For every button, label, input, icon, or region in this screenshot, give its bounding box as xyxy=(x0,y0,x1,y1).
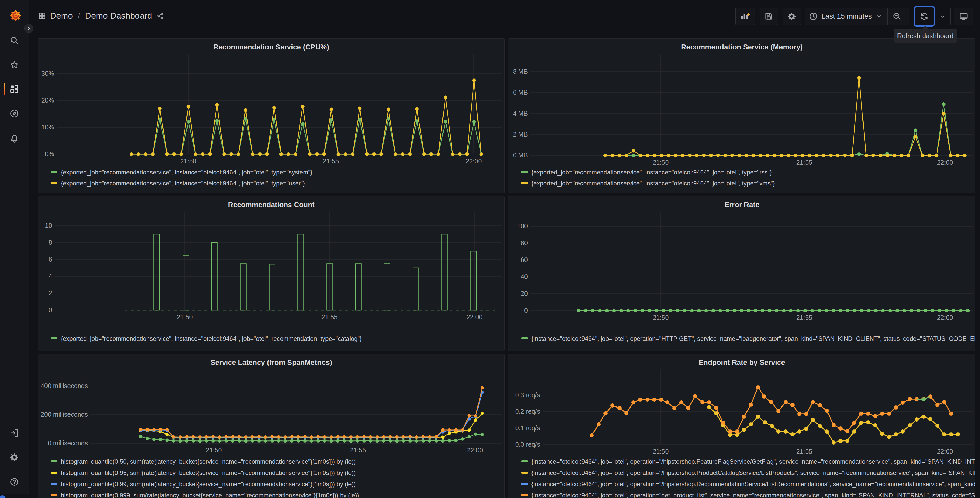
svg-text:21:55: 21:55 xyxy=(323,158,339,164)
svg-text:21:50: 21:50 xyxy=(653,159,669,166)
svg-text:22:00: 22:00 xyxy=(467,447,483,454)
svg-text:60: 60 xyxy=(521,256,528,263)
svg-text:0: 0 xyxy=(49,306,52,313)
svg-text:Recommendations Count: Recommendations Count xyxy=(228,201,315,209)
svg-text:2 MB: 2 MB xyxy=(513,131,528,138)
svg-text:21:50: 21:50 xyxy=(653,448,669,455)
svg-text:21:55: 21:55 xyxy=(796,159,812,166)
svg-text:100: 100 xyxy=(517,222,528,230)
svg-text:4 MB: 4 MB xyxy=(513,110,528,117)
svg-text:20%: 20% xyxy=(41,97,54,104)
svg-text:6 MB: 6 MB xyxy=(513,89,528,96)
svg-text:21:55: 21:55 xyxy=(796,314,812,321)
svg-text:0.2 req/s: 0.2 req/s xyxy=(515,408,540,415)
svg-text:{exported_job="recommendations: {exported_job="recommendationservice", i… xyxy=(531,180,775,187)
svg-text:0 milliseconds: 0 milliseconds xyxy=(48,439,88,447)
svg-text:Error Rate: Error Rate xyxy=(724,201,759,209)
svg-text:{instance="otelcol:9464", job=: {instance="otelcol:9464", job="otel", op… xyxy=(531,469,975,476)
svg-text:400 milliseconds: 400 milliseconds xyxy=(41,382,88,389)
svg-text:Recommendation Service (Memory: Recommendation Service (Memory) xyxy=(681,43,803,51)
svg-text:Service Latency (from SpanMetr: Service Latency (from SpanMetrics) xyxy=(210,358,332,366)
svg-text:22:00: 22:00 xyxy=(937,314,953,321)
svg-text:0.3 req/s: 0.3 req/s xyxy=(515,391,540,399)
svg-text:Recommendation Service (CPU%): Recommendation Service (CPU%) xyxy=(213,43,329,51)
svg-text:4: 4 xyxy=(49,273,52,280)
svg-text:histogram_quantile(0.95, sum(r: histogram_quantile(0.95, sum(rate(latenc… xyxy=(61,469,356,476)
svg-text:{exported_job="recommendations: {exported_job="recommendationservice", i… xyxy=(61,169,312,176)
svg-text:0.1 req/s: 0.1 req/s xyxy=(515,425,540,431)
svg-text:{exported_job="recommendations: {exported_job="recommendationservice", i… xyxy=(531,169,772,176)
svg-text:21:50: 21:50 xyxy=(653,314,669,321)
svg-text:0 MB: 0 MB xyxy=(513,152,528,159)
svg-text:200 milliseconds: 200 milliseconds xyxy=(41,411,88,418)
svg-text:{instance="otelcol:9464", job=: {instance="otelcol:9464", job="otel", op… xyxy=(531,480,975,487)
svg-text:{instance="otelcol:9464", job=: {instance="otelcol:9464", job="otel", op… xyxy=(531,492,975,498)
svg-text:10%: 10% xyxy=(41,123,54,131)
svg-text:21:50: 21:50 xyxy=(177,313,193,321)
svg-text:{instance="otelcol:9464", job=: {instance="otelcol:9464", job="otel", op… xyxy=(531,458,975,465)
svg-text:22:00: 22:00 xyxy=(466,313,483,321)
svg-text:0: 0 xyxy=(524,307,528,314)
svg-text:22:00: 22:00 xyxy=(937,159,953,166)
svg-text:histogram_quantile(0.99, sum(r: histogram_quantile(0.99, sum(rate(latenc… xyxy=(61,480,356,487)
svg-text:0.0 req/s: 0.0 req/s xyxy=(515,441,540,448)
svg-text:80: 80 xyxy=(521,239,528,246)
svg-text:8 MB: 8 MB xyxy=(513,68,528,75)
svg-text:2: 2 xyxy=(49,289,52,297)
svg-text:6: 6 xyxy=(49,255,52,263)
svg-text:21:55: 21:55 xyxy=(350,447,366,454)
svg-text:22:00: 22:00 xyxy=(937,448,953,455)
svg-text:21:55: 21:55 xyxy=(796,448,812,455)
svg-text:0%: 0% xyxy=(45,150,54,158)
svg-text:21:50: 21:50 xyxy=(180,158,196,164)
svg-text:40: 40 xyxy=(521,273,528,280)
svg-text:{instance="otelcol:9464", job=: {instance="otelcol:9464", job="otel", op… xyxy=(531,335,975,342)
svg-text:22:00: 22:00 xyxy=(466,158,482,164)
svg-text:{exported_job="recommendations: {exported_job="recommendationservice", i… xyxy=(61,335,362,342)
svg-text:{exported_job="recommendations: {exported_job="recommendationservice", i… xyxy=(61,180,305,187)
svg-text:21:55: 21:55 xyxy=(321,313,338,321)
svg-text:30%: 30% xyxy=(41,70,54,77)
svg-text:20: 20 xyxy=(521,290,528,297)
svg-text:8: 8 xyxy=(49,239,52,246)
svg-text:histogram_quantile(0.50, sum(r: histogram_quantile(0.50, sum(rate(latenc… xyxy=(61,458,356,465)
svg-text:21:50: 21:50 xyxy=(206,447,222,454)
svg-text:histogram_quantile(0.999, sum(: histogram_quantile(0.999, sum(rate(laten… xyxy=(61,492,359,498)
svg-text:Endpoint Rate by Service: Endpoint Rate by Service xyxy=(699,358,785,366)
svg-text:10: 10 xyxy=(45,222,52,229)
